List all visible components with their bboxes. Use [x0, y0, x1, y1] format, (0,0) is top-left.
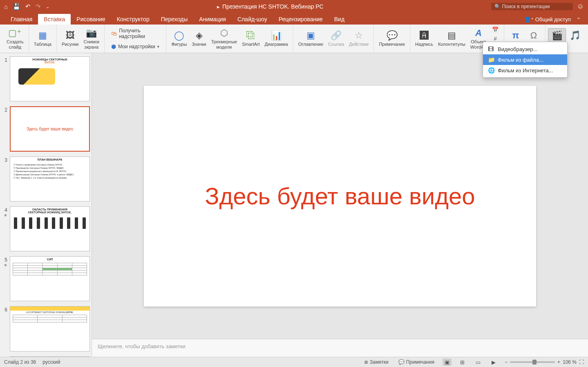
my-addins-button[interactable]: ⬢ Мои надстройки ▾: [109, 42, 162, 51]
slide-row-5[interactable]: 5★ СИП: [2, 256, 90, 301]
save-icon[interactable]: 💾: [13, 3, 20, 10]
search-icon: 🔍: [494, 4, 501, 9]
wordart-icon: A: [475, 28, 482, 38]
headerfooter-icon: ▤: [447, 30, 456, 41]
normal-view-icon[interactable]: ▣: [443, 358, 452, 366]
link-button: 🔗 Ссылка: [326, 29, 347, 48]
video-dropdown: 🎞 Видеобраузер... 📁 Фильм из файла... 🌐 …: [483, 42, 568, 78]
slide-row-7[interactable]: 7★ Арт. 05003 НС-32: [2, 356, 90, 357]
tool-graphic: [18, 68, 55, 85]
slide-thumb-5[interactable]: СИП: [10, 256, 90, 301]
shapes-button[interactable]: ◯ Фигуры: [169, 29, 189, 48]
comments-icon: 💬: [398, 359, 405, 365]
thumb1-title: НОЖНИЦЫ СЕКТОРНЫЕ: [32, 58, 67, 61]
slide-thumb-3[interactable]: ПЛАН ВЕБИНАРА ☐ Область применения Секто…: [10, 157, 90, 201]
slide-thumb-4[interactable]: ОБЛАСТЬ ПРИМЕНЕНИЯ СЕКТОРНЫХ НОЖНИЦ SHTO…: [10, 206, 90, 251]
reading-view-icon[interactable]: ▭: [474, 358, 483, 366]
zoom-in-icon[interactable]: +: [557, 359, 560, 365]
quick-access-toolbar: ⌂ 💾 ↶ ↷ ⌄: [4, 3, 49, 10]
icons-button[interactable]: ◈ Значки: [189, 29, 208, 48]
search-box[interactable]: 🔍: [491, 3, 573, 10]
comment-button[interactable]: 💬 Примечание: [376, 29, 407, 48]
tab-slideshow[interactable]: Слайд-шоу: [232, 14, 273, 25]
zoom-knob[interactable]: [532, 360, 537, 365]
slide-position[interactable]: Слайд 2 из 36: [4, 359, 36, 365]
comments-toggle[interactable]: 💬Примечания: [397, 358, 436, 366]
fit-icon[interactable]: ⛶: [579, 359, 584, 365]
main-area: 1 НОЖНИЦЫ СЕКТОРНЫЕSHTOK. 2 Здесь будет …: [0, 53, 588, 357]
slide-row-2[interactable]: 2 Здесь будет ваше видео: [2, 106, 90, 151]
video-browser-item[interactable]: 🎞 Видеобраузер...: [483, 44, 567, 54]
feedback-icon[interactable]: ☺: [577, 2, 584, 11]
canvas-scroll[interactable]: Здесь будет ваше видео: [92, 53, 588, 339]
screenshot-button[interactable]: 📷 Снимок экрана: [81, 26, 102, 51]
sorter-view-icon[interactable]: ⊞: [458, 358, 467, 366]
3dmodels-button[interactable]: ⬡ Трехмерные модели: [209, 26, 240, 51]
slide-thumb-6[interactable]: АССОРТИМЕНТ СЕКТОРНЫХ НОЖНИЦ SHTOK.: [10, 306, 90, 351]
tab-animations[interactable]: Анимация: [193, 14, 232, 25]
share-button[interactable]: 👤⁺ Общий доступ: [521, 14, 574, 25]
slide-row-6[interactable]: 6 АССОРТИМЕНТ СЕКТОРНЫХ НОЖНИЦ SHTOK.: [2, 306, 90, 351]
textbox-icon: 🅰: [420, 30, 429, 41]
notes-pane[interactable]: Щелкните, чтобы добавить заметки: [92, 339, 588, 357]
share-icon: 👤⁺: [524, 16, 534, 22]
search-input[interactable]: [502, 4, 570, 9]
new-slide-button[interactable]: ▢⁺ Создать слайд: [4, 26, 26, 51]
animation-star-icon: ★: [4, 213, 7, 217]
slide-row-3[interactable]: 3 ПЛАН ВЕБИНАРА ☐ Область применения Сек…: [2, 157, 90, 201]
slide-thumb-2[interactable]: Здесь будет ваше видео: [10, 106, 90, 151]
textbox-button[interactable]: 🅰 Надпись: [413, 29, 436, 48]
document-title-text: Презентация НС SHTOK. Вебинар РС: [222, 3, 324, 10]
slide-thumb-7[interactable]: Арт. 05003 НС-32: [10, 356, 90, 357]
video-from-file-item[interactable]: 📁 Фильм из файла...: [483, 54, 567, 65]
tab-view[interactable]: Вид: [329, 14, 350, 25]
share-label: Общий доступ: [535, 16, 571, 22]
audio-button[interactable]: 🎵: [566, 29, 584, 48]
thumb6-header: АССОРТИМЕНТ СЕКТОРНЫХ НОЖНИЦ SHTOK.: [10, 311, 89, 314]
action-button: ☆ Действие: [347, 29, 371, 48]
undo-icon[interactable]: ↶: [25, 3, 31, 10]
pictures-button[interactable]: 🖼 Рисунки: [59, 29, 81, 48]
get-addins-button[interactable]: 🛍 Получить надстройки: [109, 27, 162, 40]
smartart-button[interactable]: ⿻ SmartArt: [239, 29, 262, 48]
qat-customize-icon[interactable]: ⌄: [46, 4, 49, 9]
date-icon[interactable]: 📅: [491, 26, 500, 34]
canvas-area: Здесь будет ваше видео Щелкните, чтобы д…: [92, 53, 588, 357]
home-icon[interactable]: ⌂: [4, 3, 8, 10]
slideshow-view-icon[interactable]: ▶: [489, 358, 498, 366]
shapes-icon: ◯: [174, 30, 184, 41]
screenshot-label: Снимок экрана: [83, 39, 99, 49]
slide-thumb-1[interactable]: НОЖНИЦЫ СЕКТОРНЫЕSHTOK.: [10, 56, 90, 101]
chart-button[interactable]: 📊 Диаграмма: [262, 29, 291, 48]
toc-label: Оглавление: [298, 42, 323, 47]
language-status[interactable]: русский: [42, 359, 60, 365]
slide-number: 6: [2, 306, 7, 313]
table-button[interactable]: ▦ Таблица: [31, 29, 54, 48]
slide-number: 3: [2, 157, 7, 163]
link-icon: 🔗: [331, 30, 342, 41]
slide-row-4[interactable]: 4★ ОБЛАСТЬ ПРИМЕНЕНИЯ СЕКТОРНЫХ НОЖНИЦ S…: [2, 206, 90, 251]
headerfooter-button[interactable]: ▤ Колонтитулы: [436, 29, 468, 48]
tab-transitions[interactable]: Переходы: [155, 14, 194, 25]
slide-main-text[interactable]: Здесь будет ваше видео: [205, 182, 475, 210]
video-from-web-item[interactable]: 🌐 Фильм из Интернета...: [483, 65, 567, 76]
tab-insert[interactable]: Вставка: [38, 14, 71, 25]
slide-panel[interactable]: 1 НОЖНИЦЫ СЕКТОРНЫЕSHTOK. 2 Здесь будет …: [0, 53, 92, 357]
zoom-slider[interactable]: [510, 361, 555, 363]
collapse-ribbon-icon[interactable]: ⌃: [574, 15, 583, 25]
slide-row-1[interactable]: 1 НОЖНИЦЫ СЕКТОРНЫЕSHTOK.: [2, 56, 90, 101]
3dmodels-label: Трехмерные модели: [211, 39, 237, 49]
tab-draw[interactable]: Рисование: [71, 14, 111, 25]
tab-home[interactable]: Главная: [5, 14, 38, 25]
pictures-label: Рисунки: [62, 42, 79, 47]
zoom-out-icon[interactable]: −: [505, 359, 508, 365]
redo-icon[interactable]: ↷: [36, 3, 41, 10]
toc-button[interactable]: ▣ Оглавление: [296, 29, 326, 48]
slide-canvas[interactable]: Здесь будет ваше видео: [144, 86, 536, 307]
notes-toggle[interactable]: ≣Заметки: [362, 358, 390, 366]
slide-number: 7: [2, 356, 7, 357]
tab-review[interactable]: Рецензирование: [273, 14, 329, 25]
tab-design[interactable]: Конструктор: [111, 14, 155, 25]
zoom-level[interactable]: 106 %: [563, 359, 577, 365]
thumb3-title: ПЛАН ВЕБИНАРА: [10, 157, 89, 162]
